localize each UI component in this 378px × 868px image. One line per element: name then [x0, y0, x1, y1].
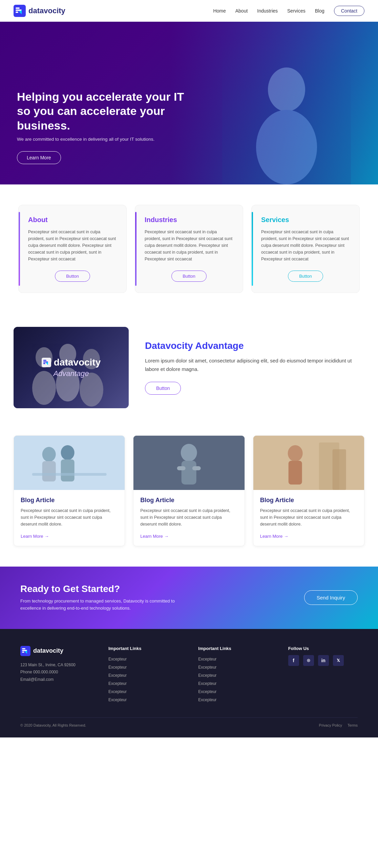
services-card: Services Pexcepteur sint occaecat sunt i…: [251, 205, 360, 293]
privacy-policy-link[interactable]: Privacy Policy: [319, 723, 342, 727]
nav-blog[interactable]: Blog: [315, 8, 324, 14]
advantage-image: datavocity Advantage: [14, 327, 129, 408]
footer-legal: Privacy Policy Terms: [319, 723, 358, 727]
footer-link-1-1[interactable]: Excepteur: [108, 663, 178, 671]
footer-col-2-title: Important Links: [198, 646, 268, 651]
svg-rect-33: [288, 461, 302, 485]
footer-link-2-0[interactable]: Excepteur: [198, 655, 268, 663]
blog-link-1[interactable]: Learn More→: [140, 534, 168, 539]
advantage-title: Datavocity Advantage: [145, 340, 364, 351]
contact-button[interactable]: Contact: [334, 6, 364, 16]
footer-col-social: Follow Us f ◎ in 𝕏: [288, 646, 358, 704]
hero-cta-button[interactable]: Learn More: [17, 151, 61, 164]
nav-links: Home About Industries Services Blog Cont…: [213, 6, 364, 16]
advantage-script-text: Advantage: [42, 369, 101, 378]
svg-point-21: [61, 445, 75, 460]
navigation: datavocity Home About Industries Service…: [0, 0, 378, 22]
twitter-icon[interactable]: 𝕏: [333, 655, 344, 666]
terms-link[interactable]: Terms: [348, 723, 358, 727]
footer-logo-text: datavocity: [33, 647, 63, 654]
blog-text-2: Pexcepteur sint occaecat sunt in culpa p…: [260, 507, 357, 528]
about-card-button[interactable]: Button: [55, 271, 90, 282]
footer-link-1-2[interactable]: Excepteur: [108, 671, 178, 679]
footer-link-1-3[interactable]: Excepteur: [108, 679, 178, 688]
footer-col-links-1: Important Links Excepteur Excepteur Exce…: [108, 646, 178, 704]
copyright-text: © 2020 Datavocity, All Rights Reserved.: [20, 723, 86, 727]
advantage-content: Datavocity Advantage Lorem ipsum dolor s…: [145, 340, 364, 395]
footer-link-2-2[interactable]: Excepteur: [198, 671, 268, 679]
svg-rect-26: [182, 461, 196, 485]
footer-col-1-title: Important Links: [108, 646, 178, 651]
hero-subtitle: We are committed to excellence in delive…: [17, 137, 193, 142]
cta-title: Ready to Get Started?: [20, 584, 190, 594]
cta-text: From technology procurement to managed s…: [20, 598, 190, 612]
footer-logo-icon: [20, 646, 30, 656]
svg-rect-23: [32, 473, 107, 476]
industries-card-button[interactable]: Button: [171, 271, 207, 282]
facebook-icon[interactable]: f: [288, 655, 299, 666]
footer-link-1-0[interactable]: Excepteur: [108, 655, 178, 663]
svg-rect-1: [16, 7, 20, 9]
blog-section: Blog Article Pexcepteur sint occaecat su…: [0, 429, 378, 567]
blog-title-0: Blog Article: [21, 497, 118, 504]
footer-link-1-5[interactable]: Excepteur: [108, 696, 178, 704]
advantage-button[interactable]: Button: [145, 382, 181, 395]
blog-image-2: [253, 436, 364, 490]
blog-image-0: [14, 436, 125, 490]
linkedin-icon[interactable]: in: [318, 655, 329, 666]
blog-card-1: Blog Article Pexcepteur sint occaecat su…: [133, 435, 245, 546]
hero-image: [222, 42, 351, 184]
nav-about[interactable]: About: [235, 8, 248, 14]
svg-rect-16: [43, 363, 45, 364]
footer: datavocity 123 Main St., Irvine, CA 9260…: [0, 629, 378, 737]
services-card-button[interactable]: Button: [288, 271, 323, 282]
nav-services[interactable]: Services: [287, 8, 306, 14]
industries-card-text: Pexcepteur sint occaecat sunt in culpa p…: [145, 229, 233, 262]
blog-title-1: Blog Article: [140, 497, 237, 504]
svg-point-6: [256, 110, 317, 184]
industries-card-title: Industries: [145, 216, 233, 224]
svg-rect-29: [253, 436, 364, 490]
footer-link-1-4[interactable]: Excepteur: [108, 688, 178, 696]
instagram-icon[interactable]: ◎: [303, 655, 314, 666]
blog-image-1: [133, 436, 244, 490]
svg-point-32: [288, 445, 302, 461]
footer-col-3-title: Follow Us: [288, 646, 358, 651]
svg-rect-37: [22, 651, 24, 652]
svg-rect-35: [22, 648, 25, 649]
nav-industries[interactable]: Industries: [257, 8, 278, 14]
footer-logo: datavocity: [20, 646, 88, 656]
svg-rect-27: [177, 466, 186, 470]
logo-icon: [14, 5, 26, 17]
svg-point-19: [42, 447, 56, 462]
svg-rect-22: [61, 459, 75, 481]
blog-link-2[interactable]: Learn More→: [260, 534, 288, 539]
logo[interactable]: datavocity: [14, 5, 65, 17]
about-card: About Pexcepteur sint occaecat sunt in c…: [18, 205, 127, 293]
nav-home[interactable]: Home: [213, 8, 226, 14]
blog-link-0[interactable]: Learn More→: [21, 534, 49, 539]
hero-content: Helping you accelerate your IT so you ca…: [17, 90, 193, 164]
footer-link-2-5[interactable]: Excepteur: [198, 696, 268, 704]
svg-rect-28: [192, 466, 201, 470]
footer-link-2-4[interactable]: Excepteur: [198, 688, 268, 696]
hero-section: Helping you accelerate your IT so you ca…: [0, 22, 378, 184]
svg-point-5: [268, 67, 305, 112]
about-card-text: Pexcepteur sint occaecat sunt in culpa p…: [28, 229, 117, 262]
services-card-title: Services: [261, 216, 350, 224]
blog-text-1: Pexcepteur sint occaecat sunt in culpa p…: [140, 507, 237, 528]
hero-title: Helping you accelerate your IT so you ca…: [17, 90, 193, 133]
footer-link-2-3[interactable]: Excepteur: [198, 679, 268, 688]
advantage-section: datavocity Advantage Datavocity Advantag…: [0, 313, 378, 429]
svg-point-25: [181, 444, 197, 461]
services-card-text: Pexcepteur sint occaecat sunt in culpa p…: [261, 229, 350, 262]
footer-link-2-1[interactable]: Excepteur: [198, 663, 268, 671]
advantage-logo-text: datavocity: [54, 357, 101, 368]
blog-card-0: Blog Article Pexcepteur sint occaecat su…: [14, 435, 125, 546]
footer-brand: datavocity 123 Main St., Irvine, CA 9260…: [20, 646, 88, 704]
blog-title-2: Blog Article: [260, 497, 357, 504]
footer-bottom: © 2020 Datavocity, All Rights Reserved. …: [20, 717, 358, 727]
footer-col-links-2: Important Links Excepteur Excepteur Exce…: [198, 646, 268, 704]
send-inquiry-button[interactable]: Send Inquiry: [304, 590, 358, 605]
svg-rect-14: [43, 360, 46, 361]
